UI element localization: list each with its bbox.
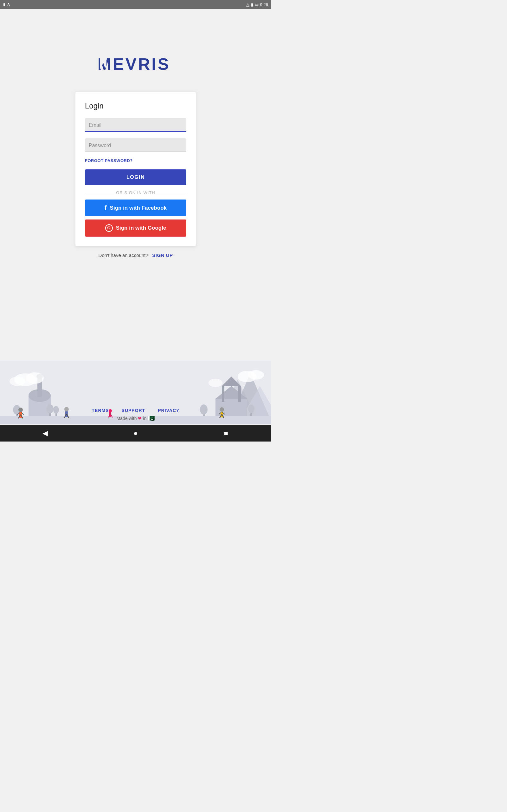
email-field[interactable]	[85, 118, 186, 132]
logo-container: MEVRIS	[98, 53, 174, 76]
svg-point-27	[26, 372, 44, 384]
signup-row: Don't have an account? SIGN UP	[99, 252, 173, 258]
back-nav-button[interactable]: ◀	[36, 427, 55, 440]
login-button[interactable]: LOGIN	[85, 169, 186, 185]
terms-link[interactable]: TERMS	[92, 408, 109, 413]
back-icon: ◀	[43, 429, 48, 438]
facebook-icon: f	[105, 204, 107, 212]
made-with-text: Made with	[117, 416, 137, 421]
home-icon: ●	[133, 429, 137, 438]
a-icon: A	[7, 3, 10, 6]
svg-point-30	[248, 370, 264, 380]
heart-icon: ❤	[138, 416, 142, 421]
app-logo: MEVRIS	[98, 53, 174, 76]
forgot-password-link[interactable]: FORGOT PASSWORD?	[85, 158, 186, 163]
support-link[interactable]: SUPPORT	[122, 408, 146, 413]
wifi-icon: △	[246, 2, 249, 7]
google-icon: G	[105, 224, 113, 232]
in-text: in	[143, 416, 147, 421]
nav-bar: ◀ ● ■	[0, 425, 271, 442]
home-nav-button[interactable]: ●	[126, 427, 145, 440]
recent-icon: ■	[224, 429, 228, 438]
status-bar-left: ▮ A	[3, 2, 10, 7]
recent-nav-button[interactable]: ■	[216, 427, 235, 440]
signup-link[interactable]: SIGN UP	[152, 252, 173, 258]
sim-icon: ▮	[3, 2, 5, 7]
svg-point-18	[47, 404, 54, 413]
google-button-label: Sign in with Google	[116, 225, 166, 231]
city-illustration	[0, 361, 271, 424]
facebook-signin-button[interactable]: f Sign in with Facebook	[85, 200, 186, 216]
svg-point-20	[53, 406, 59, 414]
svg-point-31	[209, 379, 222, 387]
battery-icon: ▭	[255, 2, 259, 7]
login-title: Login	[85, 101, 186, 110]
svg-point-24	[248, 405, 255, 413]
svg-point-22	[200, 404, 208, 415]
password-input-group	[85, 138, 186, 152]
password-field[interactable]	[85, 138, 186, 152]
signup-prompt: Don't have an account?	[99, 252, 148, 258]
main-content: MEVRIS Login FORGOT PASSWORD? LOGIN OR S…	[0, 9, 271, 442]
logo-svg: MEVRIS	[98, 53, 174, 72]
svg-rect-9	[238, 386, 241, 402]
footer-made: Made with ❤ in 🇵🇰	[117, 415, 155, 422]
svg-rect-8	[222, 386, 224, 402]
status-bar-right: △ ▮ ▭ 9:26	[246, 2, 268, 7]
privacy-link[interactable]: PRIVACY	[158, 408, 179, 413]
signal-icon: ▮	[251, 2, 253, 7]
svg-point-28	[9, 376, 25, 386]
email-input-group	[85, 118, 186, 132]
svg-text:MEVRIS: MEVRIS	[98, 55, 170, 72]
footer-links: TERMS SUPPORT PRIVACY	[92, 408, 180, 413]
pakistan-flag-icon: 🇵🇰	[148, 415, 155, 422]
time-display: 9:26	[260, 2, 268, 7]
svg-point-32	[18, 408, 23, 412]
city-svg	[0, 361, 271, 424]
or-divider: OR SIGN IN WITH	[85, 190, 186, 195]
login-card: Login FORGOT PASSWORD? LOGIN OR SIGN IN …	[75, 92, 196, 246]
status-bar: ▮ A △ ▮ ▭ 9:26	[0, 0, 271, 9]
facebook-button-label: Sign in with Facebook	[110, 205, 167, 211]
google-signin-button[interactable]: G Sign in with Google	[85, 219, 186, 237]
svg-point-38	[64, 407, 69, 411]
svg-point-46	[220, 407, 224, 412]
